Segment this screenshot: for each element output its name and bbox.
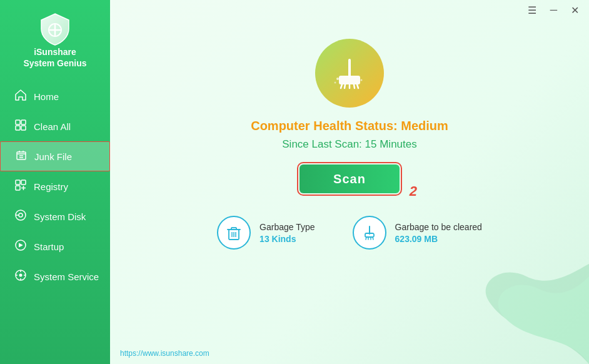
scan-button-wrapper: Scan 2 — [300, 164, 400, 193]
svg-line-34 — [357, 84, 358, 88]
svg-rect-5 — [16, 126, 20, 130]
sidebar-item-junk-file[interactable]: Junk File 1 — [0, 141, 110, 171]
broom-icon — [330, 54, 369, 93]
sidebar: iSunshareSystem Genius Home Clean All — [0, 0, 110, 364]
trash-icon — [225, 224, 243, 241]
svg-rect-29 — [339, 76, 360, 84]
svg-rect-13 — [16, 180, 20, 185]
sidebar-item-startup[interactable]: Startup — [0, 231, 110, 261]
menu-button[interactable]: ☰ — [525, 3, 539, 18]
main-content: ☰ ─ ✕ — [110, 0, 589, 364]
garbage-clear-icon-circle — [353, 216, 386, 250]
decorative-wave — [464, 264, 589, 364]
svg-point-35 — [336, 78, 339, 80]
garbage-type-value: 13 Kinds — [259, 234, 315, 244]
svg-rect-6 — [21, 126, 26, 130]
sidebar-item-registry[interactable]: Registry — [0, 171, 110, 201]
health-status: Computer Health Status: Medium — [251, 119, 448, 133]
website-link[interactable]: https://www.isunshare.com — [120, 349, 209, 358]
stat-info-garbage-type: Garbage Type 13 Kinds — [259, 222, 315, 244]
broom-icon-circle — [315, 39, 384, 108]
sidebar-item-label-junk-file: Junk File — [34, 151, 72, 162]
garbage-type-label: Garbage Type — [259, 222, 315, 232]
svg-line-30 — [341, 84, 342, 88]
broom-small-icon — [361, 224, 378, 241]
garbage-type-icon-circle — [217, 216, 251, 250]
sidebar-item-label-clean-all: Clean All — [34, 121, 71, 132]
registry-icon — [14, 179, 28, 195]
stat-item-garbage-type: Garbage Type 13 Kinds — [217, 216, 315, 250]
sidebar-item-label-home: Home — [34, 91, 59, 102]
sidebar-navigation: Home Clean All — [0, 81, 110, 291]
sidebar-item-label-startup: Startup — [34, 241, 64, 252]
system-disk-icon — [14, 209, 28, 225]
sidebar-item-label-system-disk: System Disk — [34, 211, 86, 222]
clean-all-icon — [14, 119, 28, 134]
titlebar: ☰ ─ ✕ — [110, 0, 589, 20]
svg-point-37 — [335, 82, 336, 84]
badge-2: 2 — [410, 183, 417, 200]
sidebar-item-home[interactable]: Home — [0, 81, 110, 111]
svg-line-48 — [366, 237, 366, 240]
svg-line-51 — [373, 237, 373, 240]
stat-info-garbage-clear: Garbage to be cleared 623.09 MB — [395, 222, 482, 244]
svg-point-36 — [361, 79, 363, 81]
svg-line-33 — [354, 84, 355, 88]
svg-rect-4 — [21, 120, 26, 124]
logo-icon — [38, 11, 73, 46]
app-title: iSunshareSystem Genius — [23, 46, 86, 69]
svg-point-23 — [19, 273, 23, 276]
svg-rect-14 — [21, 180, 26, 185]
sidebar-item-label-registry: Registry — [34, 181, 68, 192]
home-icon — [14, 89, 28, 104]
stats-row: Garbage Type 13 Kinds — [217, 216, 482, 250]
sidebar-item-system-service[interactable]: System Service — [0, 261, 110, 291]
sidebar-item-system-disk[interactable]: System Disk — [0, 201, 110, 231]
svg-line-31 — [345, 84, 345, 88]
junk-file-icon — [14, 149, 28, 164]
scan-button[interactable]: Scan — [300, 164, 400, 193]
minimize-button[interactable]: ─ — [548, 3, 560, 17]
garbage-clear-label: Garbage to be cleared — [395, 222, 482, 232]
app-logo: iSunshareSystem Genius — [23, 11, 86, 69]
sidebar-item-clean-all[interactable]: Clean All — [0, 111, 110, 141]
system-service-icon — [14, 269, 28, 285]
last-scan: Since Last Scan: 15 Minutes — [282, 138, 416, 151]
garbage-clear-value: 623.09 MB — [395, 234, 482, 244]
close-button[interactable]: ✕ — [568, 3, 581, 18]
stat-item-garbage-clear: Garbage to be cleared 623.09 MB — [353, 216, 482, 250]
svg-rect-47 — [365, 233, 374, 237]
sidebar-item-label-system-service: System Service — [34, 271, 99, 282]
svg-rect-3 — [16, 120, 20, 124]
startup-icon — [14, 239, 28, 255]
svg-rect-15 — [16, 186, 20, 190]
svg-point-19 — [19, 213, 23, 217]
